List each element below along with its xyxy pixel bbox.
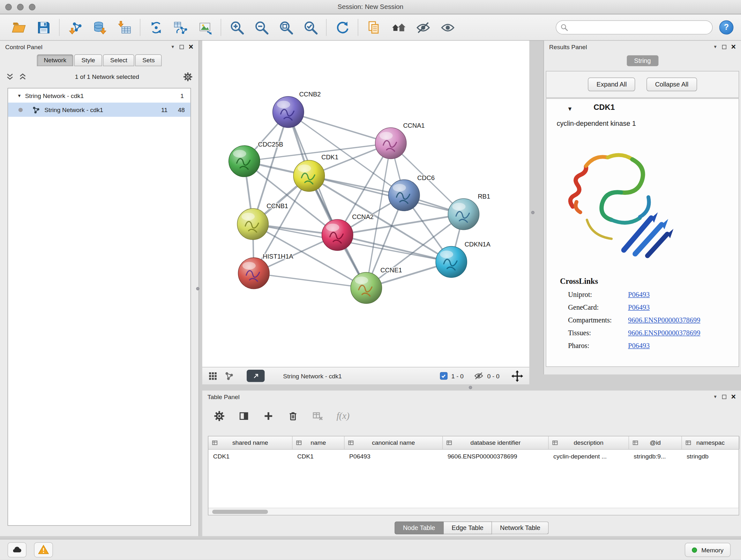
table-row[interactable]: CDK1 CDK1 P06493 9606.ENSP00000378699 cy…	[208, 449, 739, 462]
column-header-canonical-name[interactable]: canonical name	[345, 436, 443, 449]
zoom-out-button[interactable]	[249, 17, 273, 38]
network-edge[interactable]	[309, 176, 463, 214]
float-panel-icon[interactable]: ▼	[171, 45, 175, 49]
import-network-from-file-button[interactable]	[63, 17, 87, 38]
copy-documents-button[interactable]	[361, 17, 386, 38]
cell-description[interactable]: cyclin-dependent ...	[549, 449, 629, 462]
close-panel-icon[interactable]: ×	[731, 393, 736, 401]
detach-view-button[interactable]	[247, 370, 265, 382]
crosslink-tissues[interactable]: 9606.ENSP00000378699	[628, 329, 700, 337]
cell-name[interactable]: CDK1	[293, 449, 345, 462]
cell-namespace[interactable]: stringdb	[682, 449, 740, 462]
pan-tool-icon[interactable]	[511, 369, 524, 382]
network-edge[interactable]	[288, 112, 391, 143]
help-button[interactable]: ?	[719, 20, 733, 35]
hidden-elements-icon[interactable]	[474, 371, 483, 381]
show-elements-button[interactable]	[435, 17, 460, 38]
tab-string[interactable]: String	[626, 55, 658, 66]
crosslink-compartments[interactable]: 9606.ENSP00000378699	[628, 316, 700, 324]
memory-button[interactable]: Memory	[685, 543, 731, 557]
export-image-button[interactable]	[193, 17, 217, 38]
tab-edge-table[interactable]: Edge Table	[444, 521, 492, 534]
import-table-button[interactable]	[112, 17, 137, 38]
splitter-handle[interactable]	[196, 287, 199, 290]
grid-view-icon[interactable]	[208, 371, 218, 381]
selected-elements-checkbox[interactable]	[440, 372, 448, 380]
close-panel-icon[interactable]: ×	[189, 43, 193, 51]
expand-all-button[interactable]: Expand All	[588, 78, 635, 91]
column-header-description[interactable]: description	[549, 436, 629, 449]
column-header-shared-name[interactable]: shared name	[208, 436, 293, 449]
splitter-handle[interactable]	[469, 386, 472, 389]
float-panel-icon[interactable]: ▼	[713, 45, 718, 49]
search-input[interactable]	[556, 20, 713, 35]
column-header-namespace[interactable]: namespac	[682, 436, 740, 449]
show-columns-icon[interactable]	[238, 410, 250, 422]
network-canvas[interactable]: CCNB2CCNA1CDC25BCDK1CDC6RB1CCNB1CCNA2CDK…	[202, 41, 529, 367]
network-node-CDKN1A[interactable]	[435, 246, 467, 278]
network-collection-row[interactable]: ▾ String Network - cdk1 1	[8, 88, 191, 103]
tab-select[interactable]: Select	[103, 54, 134, 66]
crosslink-uniprot[interactable]: P06493	[628, 291, 700, 299]
network-row[interactable]: String Network - cdk1 11 48	[8, 103, 191, 117]
expand-all-icon[interactable]	[18, 72, 27, 81]
cell-id[interactable]: stringdb:9...	[629, 449, 682, 462]
delete-table-icon[interactable]	[312, 410, 323, 422]
crosslink-pharos[interactable]: P06493	[628, 342, 700, 350]
maximize-panel-icon[interactable]	[722, 45, 726, 49]
first-neighbors-button[interactable]	[144, 17, 168, 38]
maximize-panel-icon[interactable]	[180, 45, 184, 49]
column-header-name[interactable]: name	[293, 436, 345, 449]
hide-elements-button[interactable]	[411, 17, 435, 38]
add-column-icon[interactable]	[263, 410, 274, 422]
network-edge[interactable]	[254, 273, 366, 288]
new-network-from-selection-button[interactable]	[168, 17, 193, 38]
close-panel-icon[interactable]: ×	[731, 43, 736, 51]
network-node-CCNA1[interactable]	[375, 128, 407, 159]
network-node-CDC25B[interactable]	[229, 145, 260, 177]
network-overview-icon[interactable]	[224, 371, 234, 381]
cell-database-identifier[interactable]: 9606.ENSP00000378699	[443, 449, 549, 462]
zoom-in-button[interactable]	[224, 17, 249, 38]
delete-column-icon[interactable]	[287, 410, 299, 422]
homes-button[interactable]	[386, 17, 411, 38]
column-header-database-identifier[interactable]: database identifier	[443, 436, 549, 449]
cell-canonical-name[interactable]: P06493	[345, 449, 443, 462]
splitter-handle[interactable]	[531, 211, 534, 214]
open-session-button[interactable]	[7, 17, 31, 38]
collapse-all-icon[interactable]	[6, 72, 14, 81]
tab-sets[interactable]: Sets	[135, 54, 162, 66]
save-session-button[interactable]	[31, 17, 56, 38]
gear-icon[interactable]	[183, 71, 193, 81]
network-node-RB1[interactable]	[448, 199, 479, 230]
column-header-id[interactable]: @id	[629, 436, 682, 449]
apply-layout-button[interactable]	[330, 17, 354, 38]
network-node-CCNE1[interactable]	[351, 272, 382, 304]
tab-network-table[interactable]: Network Table	[492, 521, 549, 534]
tab-network[interactable]: Network	[37, 54, 73, 66]
network-node-CCNB1[interactable]	[237, 208, 268, 240]
tab-style[interactable]: Style	[74, 54, 102, 66]
function-builder-icon[interactable]: f(x)	[336, 410, 349, 421]
zoom-fit-button[interactable]	[273, 17, 298, 38]
crosslink-genecard[interactable]: P06493	[628, 304, 700, 312]
tab-node-table[interactable]: Node Table	[394, 521, 444, 534]
maximize-panel-icon[interactable]	[722, 395, 726, 399]
scrollbar-thumb[interactable]	[212, 509, 268, 514]
import-network-from-database-button[interactable]	[87, 17, 112, 38]
table-settings-gear-icon[interactable]	[213, 410, 225, 422]
network-node-CCNB2[interactable]	[273, 97, 304, 128]
network-node-CDK1[interactable]	[293, 160, 325, 192]
horizontal-scrollbar[interactable]	[208, 508, 739, 515]
section-collapse-icon[interactable]: ▼	[567, 105, 573, 112]
zoom-selected-button[interactable]	[298, 17, 323, 38]
network-node-CDC6[interactable]	[388, 180, 420, 211]
collapse-all-button[interactable]: Collapse All	[647, 78, 697, 91]
cell-shared-name[interactable]: CDK1	[208, 449, 293, 462]
network-node-CCNA2[interactable]	[322, 219, 353, 251]
warnings-button[interactable]	[34, 543, 53, 557]
tree-expand-icon[interactable]: ▾	[14, 92, 25, 99]
cloud-status-button[interactable]	[8, 543, 26, 557]
network-node-HIST1H1A[interactable]	[238, 258, 269, 289]
float-panel-icon[interactable]: ▼	[713, 395, 718, 399]
